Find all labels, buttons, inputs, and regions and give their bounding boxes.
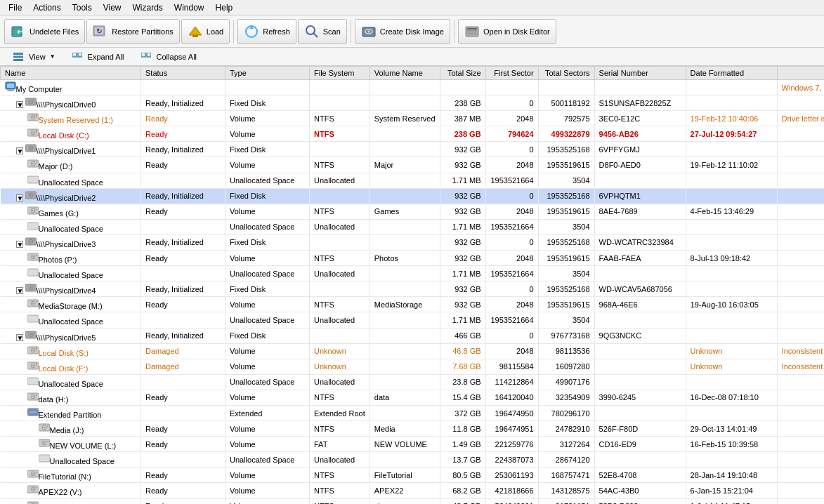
restore-partitions-button[interactable]: ↻ Restore Partitions — [86, 19, 179, 44]
table-row[interactable]: Media (J:) Ready Volume NTFS Media 11.8 … — [1, 421, 825, 437]
col-header-extra[interactable] — [777, 67, 824, 80]
cell-totalsize: 932 GB — [440, 251, 485, 266]
table-row[interactable]: MediaStorage (M:) Ready Volume NTFS Medi… — [1, 297, 825, 312]
menu-tools[interactable]: Tools — [67, 1, 98, 14]
cell-totalsize: 932 GB — [440, 297, 485, 312]
cell-volname — [370, 219, 440, 234]
cell-extra: Inconsistent volume i — [777, 359, 824, 374]
table-row[interactable]: !Local Disk (C:) Ready Volume NTFS 238 G… — [1, 126, 825, 142]
table-row[interactable]: !Local Disk (F:) Damaged Volume Unknown … — [1, 359, 825, 374]
table-row[interactable]: Unallocated Space Unallocated Space Unal… — [1, 312, 825, 328]
restore-icon: ↻ — [93, 24, 108, 39]
expand-icon[interactable]: ▼ — [16, 147, 23, 154]
table-row[interactable]: ▼\\\\PhysicalDrive1 Ready, Initialized F… — [1, 142, 825, 157]
cell-extra — [777, 421, 824, 437]
cell-totalsectors: 1953525168 — [538, 142, 594, 157]
expand-icon[interactable]: ▼ — [16, 287, 23, 294]
table-row[interactable]: data (H:) Ready Volume NTFS data 15.4 GB… — [1, 390, 825, 405]
cell-filesystem: NTFS — [310, 157, 370, 173]
table-row[interactable]: Unallocated Space Unallocated Space Unal… — [1, 219, 825, 234]
table-row[interactable]: NEW VOLUME (L:) Ready Volume FAT NEW VOL… — [1, 437, 825, 452]
scan-button[interactable]: Scan — [298, 19, 347, 44]
table-row[interactable]: FileTutorial (N:) Ready Volume NTFS File… — [1, 467, 825, 483]
table-row[interactable]: ▼\\\\PhysicalDrive2 Ready, Initialized F… — [1, 188, 825, 204]
expand-icon[interactable]: ▼ — [16, 334, 23, 341]
cell-totalsectors: 499322879 — [538, 126, 594, 142]
cell-totalsectors — [538, 80, 594, 95]
cell-totalsize: 46.8 GB — [440, 343, 485, 359]
menu-file[interactable]: File — [3, 1, 27, 14]
col-header-serial[interactable]: Serial Number — [594, 67, 686, 80]
cell-status — [141, 80, 225, 95]
expand-icon[interactable]: ▼ — [16, 241, 23, 248]
table-row[interactable]: !System Reserved (1:) Ready Volume NTFS … — [1, 111, 825, 126]
create-disk-image-button[interactable]: Create Disk Image — [355, 19, 450, 44]
table-row[interactable]: ▼\\\\PhysicalDrive5 Ready, Initialized F… — [1, 328, 825, 343]
table-row[interactable]: vinn (E:) Ready Volume NTFS vinn 43.7 GB… — [1, 498, 825, 504]
cell-name: ▼\\\\PhysicalDrive2 — [1, 188, 141, 204]
table-row[interactable]: Unallocated Space Unallocated Space Unal… — [1, 452, 825, 467]
table-row[interactable]: Unallocated Space Unallocated Space Unal… — [1, 266, 825, 281]
collapse-all-button[interactable]: -- Collapse All — [132, 47, 203, 67]
svg-rect-82 — [27, 315, 39, 322]
expand-icon[interactable]: ▼ — [16, 194, 23, 201]
table-row[interactable]: My Computer Windows 7, Ultimate 6 — [1, 80, 825, 95]
cell-filesystem: NTFS — [310, 126, 370, 142]
refresh-button[interactable]: Refresh — [237, 19, 296, 44]
main-table-container[interactable]: Name Status Type File System Volume Name… — [0, 66, 824, 504]
cell-totalsectors: 16097280 — [538, 359, 594, 374]
menu-view[interactable]: View — [98, 1, 127, 14]
table-row[interactable]: APEX22 (V:) Ready Volume NTFS APEX22 68.… — [1, 483, 825, 498]
cell-totalsectors: 1953519615 — [538, 157, 594, 173]
col-header-dateformatted[interactable]: Date Formatted — [686, 67, 777, 80]
table-row[interactable]: Unallocated Space Unallocated Space Unal… — [1, 374, 825, 390]
svg-text:-: - — [143, 53, 144, 57]
cell-filesystem — [310, 188, 370, 204]
table-row[interactable]: ▼\\\\PhysicalDrive4 Ready, Initialized F… — [1, 281, 825, 297]
col-header-filesystem[interactable]: File System — [310, 67, 370, 80]
table-row[interactable]: Major (D:) Ready Volume NTFS Major 932 G… — [1, 157, 825, 173]
svg-rect-18 — [13, 53, 23, 55]
cell-type: Unallocated Space — [225, 312, 310, 328]
menu-wizards[interactable]: Wizards — [127, 1, 169, 14]
open-disk-editor-button[interactable]: Open in Disk Editor — [458, 19, 556, 44]
cell-dateformatted: Unknown — [686, 343, 777, 359]
svg-point-72 — [36, 255, 37, 256]
menu-help[interactable]: Help — [210, 1, 239, 14]
expand-icon[interactable]: ▼ — [16, 101, 23, 108]
cell-totalsize: 932 GB — [440, 157, 485, 173]
cell-firstsector: 2048 — [485, 297, 538, 312]
table-row[interactable]: Games (G:) Ready Volume NTFS Games 932 G… — [1, 204, 825, 219]
cell-type: Fixed Disk — [225, 281, 310, 297]
table-row[interactable]: Photos (P:) Ready Volume NTFS Photos 932… — [1, 251, 825, 266]
table-row[interactable]: ▼\\\\PhysicalDrive0 Ready, Initialized F… — [1, 95, 825, 111]
table-row[interactable]: ▼\\\\PhysicalDrive3 Ready, Initialized F… — [1, 234, 825, 250]
cell-serial: 6VPHQTM1 — [594, 188, 686, 204]
cell-volname — [370, 188, 440, 204]
svg-point-59 — [34, 193, 35, 194]
svg-point-85 — [30, 334, 32, 336]
col-header-totalsectors[interactable]: Total Sectors — [538, 67, 594, 80]
cell-status: Ready, Initialized — [141, 95, 225, 111]
menu-window[interactable]: Window — [169, 1, 210, 14]
cell-name: FileTutorial (N:) — [1, 467, 141, 483]
view-button[interactable]: View ▼ — [4, 47, 62, 67]
table-row[interactable]: Extended Partition Extended Extended Roo… — [1, 405, 825, 420]
cell-status: Ready, Initialized — [141, 142, 225, 157]
col-header-volname[interactable]: Volume Name — [370, 67, 440, 80]
expand-all-button[interactable]: ++ Expand All — [63, 47, 131, 67]
col-header-name[interactable]: Name — [1, 67, 141, 80]
cell-totalsectors: 49907176 — [538, 374, 594, 390]
col-header-status[interactable]: Status — [141, 67, 225, 80]
col-header-type[interactable]: Type — [225, 67, 310, 80]
load-button[interactable]: Load — [181, 19, 230, 44]
undelete-files-button[interactable]: ↩ Undelete Files — [4, 19, 85, 44]
cell-filesystem: NTFS — [310, 390, 370, 405]
table-row[interactable]: Unallocated Space Unallocated Space Unal… — [1, 173, 825, 188]
menu-actions[interactable]: Actions — [27, 1, 66, 14]
table-row[interactable]: !Local Disk (S:) Damaged Volume Unknown … — [1, 343, 825, 359]
col-header-firstsector[interactable]: First Sector — [485, 67, 538, 80]
cell-volname: FileTutorial — [370, 467, 440, 483]
col-header-totalsize[interactable]: Total Size — [440, 67, 485, 80]
cell-status: Ready — [141, 204, 225, 219]
